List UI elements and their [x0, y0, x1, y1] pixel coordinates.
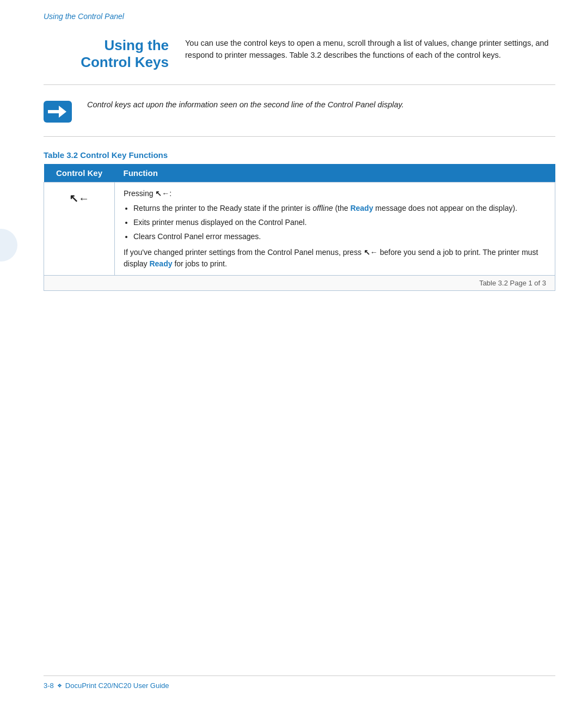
- note-icon-container: [44, 101, 76, 123]
- table-row: ↖← Pressing ↖←: Returns the printer to t…: [44, 182, 555, 276]
- section-body: You can use the control keys to open a m…: [185, 37, 555, 71]
- note-area: Control keys act upon the information se…: [0, 99, 588, 123]
- key-symbol: ↖←: [69, 192, 89, 204]
- list-item: Returns the printer to the Ready state i…: [133, 203, 546, 214]
- list-item: Clears Control Panel error messages.: [133, 231, 546, 242]
- control-table: Control Key Function ↖← Pressing ↖←: Ret…: [44, 164, 555, 276]
- pressing-key: ↖←: [155, 189, 169, 198]
- svg-marker-1: [59, 106, 66, 118]
- note-icon-box: [44, 101, 72, 123]
- section-title: Using the Control Keys: [44, 37, 169, 71]
- breadcrumb: Using the Control Panel: [0, 0, 588, 21]
- table-header-row: Control Key Function: [44, 164, 555, 182]
- intro-paragraph: You can use the control keys to open a m…: [185, 37, 555, 62]
- arrow-icon: [48, 105, 68, 119]
- divider-1: [44, 84, 555, 85]
- heading-line2: Control Keys: [81, 54, 169, 70]
- ready-badge-2: Ready: [149, 259, 172, 268]
- page-footer: 3-8 ❖ DocuPrint C20/NC20 User Guide: [44, 675, 555, 690]
- extra-key-symbol: ↖←: [364, 248, 378, 257]
- extra-text-3: for jobs to print.: [173, 259, 227, 268]
- section-heading: Using the Control Keys: [44, 37, 185, 71]
- pressing-label: Pressing ↖←:: [124, 188, 546, 199]
- pressing-colon: :: [169, 189, 171, 198]
- key-cell: ↖←: [44, 182, 115, 276]
- pressing-text: Pressing: [124, 189, 155, 198]
- extra-paragraph: If you've changed printer settings from …: [124, 247, 546, 270]
- table-section: Table 3.2 Control Key Functions Control …: [0, 150, 588, 291]
- svg-rect-0: [48, 110, 60, 113]
- footer-doc-title: DocuPrint C20/NC20 User Guide: [65, 681, 169, 690]
- footer-page-num: 3-8: [44, 681, 54, 690]
- list-item: Exits printer menus displayed on the Con…: [133, 217, 546, 228]
- heading-line1: Using the: [105, 37, 169, 53]
- footer-diamond: ❖: [57, 683, 62, 689]
- main-content: Using the Control Keys You can use the c…: [0, 37, 588, 71]
- ready-badge-1: Ready: [350, 204, 373, 212]
- breadcrumb-text: Using the Control Panel: [44, 12, 124, 21]
- bullet-list: Returns the printer to the Ready state i…: [124, 203, 546, 242]
- col-function: Function: [115, 164, 555, 182]
- table-title: Table 3.2 Control Key Functions: [44, 150, 555, 160]
- col-control-key: Control Key: [44, 164, 115, 182]
- note-text: Control keys act upon the information se…: [87, 99, 404, 111]
- extra-text-1: If you've changed printer settings from …: [124, 248, 364, 257]
- function-cell: Pressing ↖←: Returns the printer to the …: [115, 182, 555, 276]
- note-text-content: Control keys act upon the information se…: [87, 100, 404, 109]
- offline-italic: offline: [313, 204, 333, 212]
- divider-2: [44, 136, 555, 137]
- table-footer: Table 3.2 Page 1 of 3: [44, 276, 555, 291]
